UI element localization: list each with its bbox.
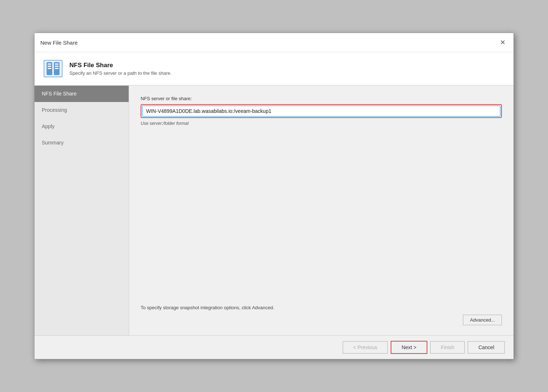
svg-rect-6	[55, 64, 59, 65]
dialog-header: NFS File Share Specify an NFS server or …	[35, 52, 513, 86]
sidebar: NFS File Share Processing Apply Summary	[35, 86, 129, 335]
svg-rect-5	[48, 68, 51, 69]
new-file-share-dialog: New File Share ✕ NFS File Share Specify …	[34, 33, 514, 359]
nfs-field-label: NFS server or file share:	[141, 96, 502, 101]
sidebar-item-apply[interactable]: Apply	[35, 118, 129, 135]
bottom-note: To specify storage snapshot integration …	[141, 305, 502, 310]
svg-rect-4	[48, 66, 51, 67]
nfs-server-input[interactable]	[142, 106, 500, 117]
dialog-title: New File Share	[40, 40, 78, 46]
svg-rect-7	[55, 66, 59, 67]
sidebar-item-nfs-file-share[interactable]: NFS File Share	[35, 86, 129, 102]
title-bar: New File Share ✕	[35, 33, 513, 52]
svg-rect-8	[55, 68, 59, 69]
dialog-footer: < Previous Next > Finish Cancel	[35, 335, 513, 359]
header-text: NFS File Share Specify an NFS server or …	[69, 62, 172, 76]
nfs-icon	[43, 59, 63, 78]
dialog-body: NFS File Share Processing Apply Summary …	[35, 86, 513, 335]
header-title: NFS File Share	[69, 62, 172, 69]
close-button[interactable]: ✕	[497, 37, 508, 48]
previous-button[interactable]: < Previous	[343, 341, 388, 354]
main-content: NFS server or file share: Use server:/fo…	[129, 86, 513, 335]
field-hint: Use server:/folder format	[141, 121, 502, 126]
cancel-button[interactable]: Cancel	[468, 341, 505, 354]
sidebar-item-processing[interactable]: Processing	[35, 102, 129, 118]
header-subtitle: Specify an NFS server or a path to the f…	[69, 70, 172, 76]
svg-rect-3	[48, 64, 51, 65]
next-button[interactable]: Next >	[391, 341, 427, 354]
nfs-input-wrapper	[141, 104, 502, 118]
advanced-button[interactable]: Advanced...	[463, 315, 502, 325]
advanced-row: Advanced...	[141, 315, 502, 325]
finish-button[interactable]: Finish	[430, 341, 465, 354]
sidebar-item-summary[interactable]: Summary	[35, 135, 129, 151]
